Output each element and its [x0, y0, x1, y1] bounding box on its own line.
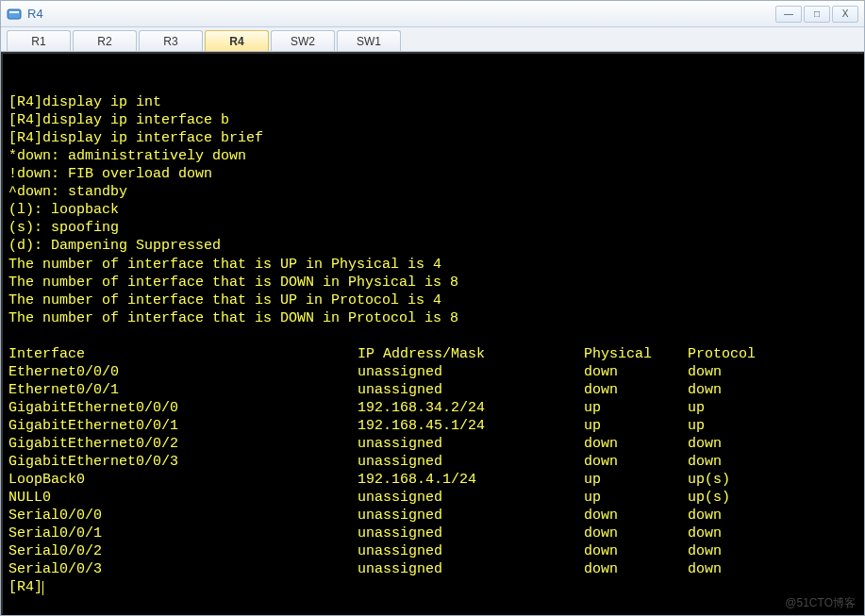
col-c1: GigabitEthernet0/0/0: [8, 399, 358, 417]
col-c3: down: [584, 435, 688, 453]
col-c4: down: [688, 363, 857, 381]
col-c3: down: [584, 363, 688, 381]
terminal-command: [R4]display ip int: [8, 93, 857, 111]
watermark: @51CTO博客: [785, 596, 856, 610]
terminal-note: The number of interface that is DOWN in …: [8, 309, 857, 327]
col-c3: down: [584, 507, 688, 524]
col-c2: unassigned: [358, 542, 584, 560]
maximize-button[interactable]: □: [804, 6, 830, 23]
interface-row: Serial0/0/2unassigneddowndown: [8, 542, 857, 560]
tab-r2[interactable]: R2: [73, 30, 137, 51]
col-c4: down: [688, 524, 857, 542]
interface-row: GigabitEthernet0/0/1192.168.45.1/24upup: [8, 417, 857, 435]
tabbar: R1R2R3R4SW2SW1: [1, 27, 864, 52]
terminal-command: [R4]display ip interface b: [8, 111, 857, 129]
col-c3: up: [584, 399, 688, 417]
interface-row: GigabitEthernet0/0/2unassigneddowndown: [8, 435, 857, 453]
interface-row: GigabitEthernet0/0/3unassigneddowndown: [8, 453, 857, 471]
col-c4: up(s): [688, 489, 857, 507]
tab-r3[interactable]: R3: [139, 30, 203, 51]
col-c4: down: [688, 453, 857, 471]
col-c3: Physical: [584, 345, 688, 363]
col-c1: Ethernet0/0/0: [8, 363, 358, 381]
col-c1: LoopBack0: [8, 471, 358, 489]
col-c1: Serial0/0/2: [8, 542, 358, 560]
tab-r4[interactable]: R4: [205, 30, 269, 51]
col-c1: Serial0/0/0: [8, 507, 358, 524]
interface-row: Ethernet0/0/1unassigneddowndown: [8, 381, 857, 399]
col-c3: up: [584, 471, 688, 489]
col-c2: unassigned: [358, 363, 584, 381]
terminal-note: The number of interface that is DOWN in …: [8, 274, 857, 291]
col-c1: Ethernet0/0/1: [8, 381, 358, 399]
col-c1: GigabitEthernet0/0/1: [8, 417, 358, 435]
col-c4: up(s): [688, 471, 857, 489]
col-c4: down: [688, 542, 857, 560]
terminal-note: (s): spoofing: [8, 219, 857, 237]
col-c2: unassigned: [358, 489, 584, 507]
col-c1: Serial0/0/3: [8, 560, 358, 578]
terminal-prompt[interactable]: [R4]: [8, 578, 857, 596]
col-c2: 192.168.34.2/24: [358, 399, 584, 417]
col-c4: up: [688, 399, 857, 417]
col-c2: 192.168.45.1/24: [358, 417, 584, 435]
col-c1: GigabitEthernet0/0/3: [8, 453, 358, 471]
col-c3: down: [584, 542, 688, 560]
tab-sw1[interactable]: SW1: [337, 30, 401, 51]
col-c3: down: [584, 453, 688, 471]
terminal-note: The number of interface that is UP in Ph…: [8, 256, 857, 274]
col-c1: GigabitEthernet0/0/2: [8, 435, 358, 453]
app-icon: [7, 7, 22, 22]
col-c2: unassigned: [358, 524, 584, 542]
svg-rect-1: [9, 11, 19, 13]
terminal-note: The number of interface that is UP in Pr…: [8, 291, 857, 309]
col-c4: down: [688, 560, 857, 578]
col-c2: 192.168.4.1/24: [358, 471, 584, 489]
interface-row: LoopBack0192.168.4.1/24upup(s): [8, 471, 857, 489]
col-c2: unassigned: [358, 381, 584, 399]
col-c2: unassigned: [358, 560, 584, 578]
terminal-note: !down: FIB overload down: [8, 165, 857, 183]
close-button[interactable]: X: [832, 6, 858, 23]
interface-row: Serial0/0/1unassigneddowndown: [8, 524, 857, 542]
col-c2: unassigned: [358, 507, 584, 524]
col-c4: Protocol: [688, 345, 857, 363]
terminal-blank: [8, 327, 857, 345]
col-c2: unassigned: [358, 435, 584, 453]
col-c4: down: [688, 435, 857, 453]
col-c1: Serial0/0/1: [8, 524, 358, 542]
terminal-note: ^down: standby: [8, 183, 857, 201]
col-c3: down: [584, 381, 688, 399]
col-c3: down: [584, 524, 688, 542]
col-c4: down: [688, 381, 857, 399]
cursor-icon: [42, 581, 43, 595]
interface-row: Serial0/0/3unassigneddowndown: [8, 560, 857, 578]
terminal-note: *down: administratively down: [8, 147, 857, 165]
terminal-note: (l): loopback: [8, 201, 857, 219]
terminal[interactable]: [R4]display ip int[R4]display ip interfa…: [1, 52, 864, 615]
col-c3: down: [584, 560, 688, 578]
window-controls: — □ X: [774, 6, 858, 23]
minimize-button[interactable]: —: [775, 6, 802, 23]
tab-sw2[interactable]: SW2: [271, 30, 335, 51]
interface-row: Ethernet0/0/0unassigneddowndown: [8, 363, 857, 381]
svg-rect-0: [8, 9, 21, 19]
col-c1: Interface: [8, 345, 358, 363]
terminal-note: (d): Dampening Suppressed: [8, 237, 857, 255]
window-title: R4: [27, 7, 774, 21]
tab-r1[interactable]: R1: [7, 30, 71, 51]
col-c2: IP Address/Mask: [358, 345, 584, 363]
col-c3: up: [584, 417, 688, 435]
col-c1: NULL0: [8, 489, 358, 507]
col-c4: down: [688, 507, 857, 524]
col-c3: up: [584, 489, 688, 507]
col-c2: unassigned: [358, 453, 584, 471]
interface-row: Serial0/0/0unassigneddowndown: [8, 507, 857, 524]
terminal-command: [R4]display ip interface brief: [8, 129, 857, 147]
interface-row: GigabitEthernet0/0/0192.168.34.2/24upup: [8, 399, 857, 417]
interface-header: InterfaceIP Address/MaskPhysicalProtocol: [8, 345, 857, 363]
titlebar: R4 — □ X: [1, 1, 864, 27]
col-c4: up: [688, 417, 857, 435]
interface-row: NULL0unassignedupup(s): [8, 489, 857, 507]
